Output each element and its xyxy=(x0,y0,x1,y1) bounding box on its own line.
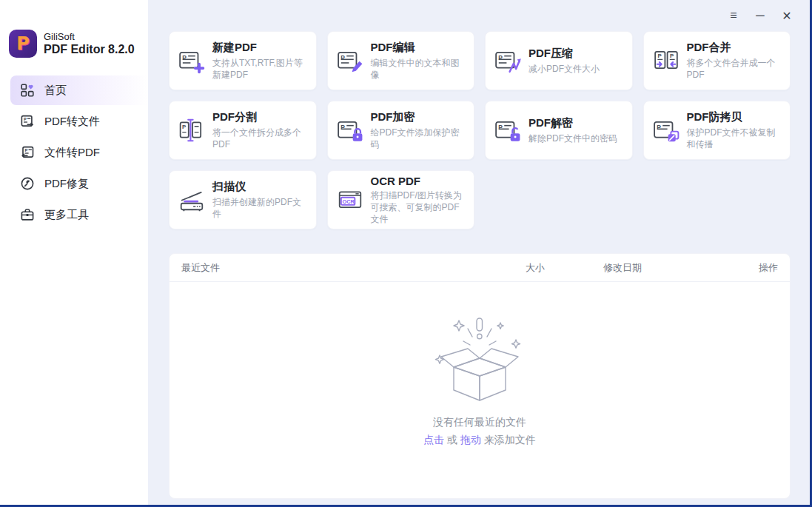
pdf-decrypt-unlock-icon: P xyxy=(494,117,521,144)
recent-files-header: 最近文件 大小 修改日期 操作 xyxy=(170,254,790,282)
card-desc: 编辑文件中的文本和图像 xyxy=(371,57,466,81)
svg-text:OCR: OCR xyxy=(342,198,355,205)
svg-text:P: P xyxy=(24,117,27,121)
minimize-icon[interactable]: ─ xyxy=(751,6,770,25)
card-title: PDF分割 xyxy=(212,110,307,124)
sidebar-item-pdf-repair[interactable]: PDF修复 xyxy=(10,169,148,198)
recent-files-panel: 最近文件 大小 修改日期 操作 xyxy=(169,253,791,499)
card-title: PDF压缩 xyxy=(529,47,600,61)
close-icon[interactable]: ✕ xyxy=(777,6,796,25)
svg-text:P: P xyxy=(498,54,503,61)
pdf-merge-icon: P P xyxy=(653,47,680,74)
card-desc: 将扫描PDF/图片转换为可搜索、可复制的PDF文件 xyxy=(371,189,466,226)
sidebar-item-home[interactable]: 首页 xyxy=(10,75,148,105)
svg-text:P: P xyxy=(182,54,187,61)
pdf-encrypt-lock-icon: P xyxy=(337,117,363,144)
recent-files-title: 最近文件 xyxy=(181,261,526,275)
brand-company: GiliSoft xyxy=(44,31,135,42)
card-pdf-edit[interactable]: P PDF编辑 编辑文件中的文本和图像 xyxy=(327,31,475,90)
sidebar-item-label: 文件转PDF xyxy=(44,146,100,160)
sidebar-item-pdf-to-file[interactable]: P PDF转文件 xyxy=(10,107,148,136)
drag-link[interactable]: 拖动 xyxy=(460,434,481,446)
or-text: 或 xyxy=(444,434,460,446)
svg-text:P: P xyxy=(657,124,661,131)
empty-state: 没有任何最近的文件 点击 或 拖动 来添加文件 xyxy=(170,282,790,498)
svg-text:P: P xyxy=(25,148,28,152)
card-ocr-pdf[interactable]: OCR OCR PDF 将扫描PDF/图片转换为可搜索、可复制的PDF文件 xyxy=(327,170,475,229)
pdf-compress-icon: P xyxy=(494,47,521,74)
svg-text:P: P xyxy=(657,53,662,59)
card-pdf-split[interactable]: P PDF分割 将一个文件拆分成多个PDF xyxy=(169,101,317,160)
svg-text:P: P xyxy=(182,124,187,130)
home-grid-heart-icon xyxy=(19,82,36,98)
card-desc: 将一个文件拆分成多个PDF xyxy=(212,127,307,150)
card-pdf-anticopy[interactable]: P PDF防拷贝 保护PDF文件不被复制和传播 xyxy=(643,101,791,160)
sidebar-item-more-tools[interactable]: 更多工具 xyxy=(10,200,148,229)
click-link[interactable]: 点击 xyxy=(423,434,444,446)
card-pdf-decrypt[interactable]: P PDF解密 解除PDF文件中的密码 xyxy=(485,101,633,160)
svg-text:P: P xyxy=(340,54,345,61)
app-logo-icon: P xyxy=(9,30,37,58)
brand: P GiliSoft PDF Editor 8.2.0 xyxy=(0,0,148,58)
sidebar-item-label: PDF转文件 xyxy=(44,115,100,129)
app-window: P GiliSoft PDF Editor 8.2.0 首页 xyxy=(0,0,812,507)
suffix-text: 来添加文件 xyxy=(481,434,536,446)
column-action: 操作 xyxy=(744,261,778,275)
sidebar-nav: 首页 P PDF转文件 P xyxy=(0,75,148,229)
card-scanner[interactable]: 扫描仪 扫描并创建新的PDF文件 xyxy=(169,170,317,229)
main-area: ≡ ─ ✕ P 新建PDF 支持从TXT,RTF,图片等新建PDF xyxy=(148,0,810,505)
file-to-pdf-icon: P xyxy=(19,144,36,161)
brand-text: GiliSoft PDF Editor 8.2.0 xyxy=(44,31,135,56)
svg-text:P: P xyxy=(669,53,674,59)
column-date: 修改日期 xyxy=(603,261,744,275)
sidebar-item-label: PDF修复 xyxy=(44,177,89,191)
sidebar: P GiliSoft PDF Editor 8.2.0 首页 xyxy=(0,0,148,505)
brand-product: PDF Editor 8.2.0 xyxy=(44,43,135,56)
svg-text:P: P xyxy=(498,124,503,131)
card-title: PDF解密 xyxy=(529,116,617,130)
card-pdf-merge[interactable]: P P PDF合并 将多个文件合并成一个PDF xyxy=(643,31,791,90)
column-size: 大小 xyxy=(526,261,603,275)
card-title: PDF合并 xyxy=(687,41,782,55)
card-desc: 扫描并创建新的PDF文件 xyxy=(212,196,307,220)
empty-message: 没有任何最近的文件 xyxy=(433,416,526,429)
card-title: OCR PDF xyxy=(371,175,466,187)
sidebar-item-label: 首页 xyxy=(44,84,67,98)
sidebar-item-file-to-pdf[interactable]: P 文件转PDF xyxy=(10,138,148,167)
card-new-pdf[interactable]: P 新建PDF 支持从TXT,RTF,图片等新建PDF xyxy=(169,31,317,90)
new-pdf-icon: P xyxy=(178,47,205,74)
menu-icon[interactable]: ≡ xyxy=(724,6,743,25)
pdf-split-icon: P xyxy=(178,117,205,144)
card-pdf-compress[interactable]: P PDF压缩 减小PDF文件大小 xyxy=(485,31,633,90)
card-title: PDF加密 xyxy=(371,110,466,124)
pdf-to-file-icon: P xyxy=(19,113,36,130)
card-desc: 支持从TXT,RTF,图片等新建PDF xyxy=(212,57,307,81)
svg-text:P: P xyxy=(340,124,345,131)
scanner-icon xyxy=(178,187,205,213)
card-title: PDF编辑 xyxy=(371,41,466,55)
card-pdf-encrypt[interactable]: P PDF加密 给PDF文件添加保护密码 xyxy=(327,101,475,160)
card-title: 新建PDF xyxy=(212,41,307,55)
card-desc: 减小PDF文件大小 xyxy=(529,63,600,75)
pdf-edit-icon: P xyxy=(337,47,363,74)
more-tools-briefcase-icon xyxy=(19,207,36,223)
empty-action-line: 点击 或 拖动 来添加文件 xyxy=(423,434,536,447)
card-desc: 将多个文件合并成一个PDF xyxy=(687,57,782,81)
pdf-anticopy-icon: P xyxy=(653,117,680,144)
window-controls: ≡ ─ ✕ xyxy=(724,6,796,25)
tool-cards-grid: P 新建PDF 支持从TXT,RTF,图片等新建PDF P xyxy=(169,31,791,229)
card-desc: 解除PDF文件中的密码 xyxy=(529,132,617,144)
card-desc: 保护PDF文件不被复制和传播 xyxy=(687,127,782,150)
sidebar-item-label: 更多工具 xyxy=(44,208,89,222)
card-desc: 给PDF文件添加保护密码 xyxy=(371,127,466,150)
empty-box-illustration xyxy=(429,314,530,404)
pdf-repair-wrench-icon xyxy=(19,175,36,192)
card-title: 扫描仪 xyxy=(212,180,307,194)
ocr-pdf-icon: OCR xyxy=(337,187,363,213)
card-title: PDF防拷贝 xyxy=(687,110,782,124)
